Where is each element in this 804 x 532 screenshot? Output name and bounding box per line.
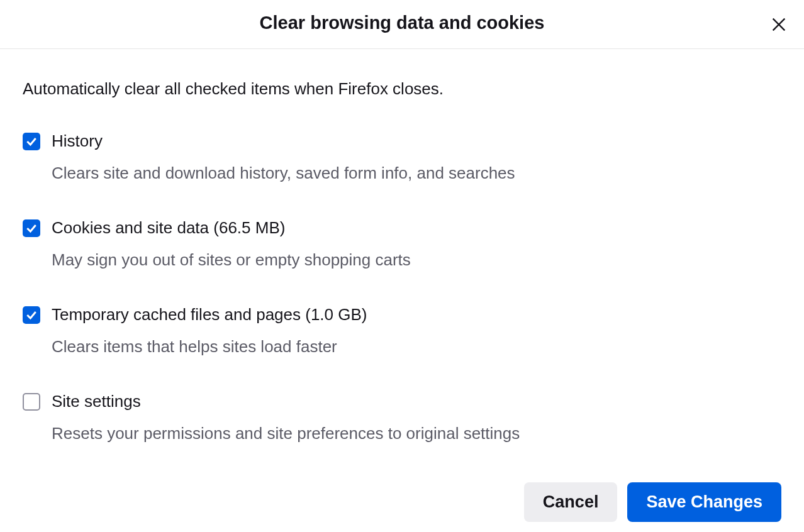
checkmark-icon [25, 222, 38, 235]
save-changes-button[interactable]: Save Changes [627, 482, 781, 522]
close-button[interactable] [769, 14, 789, 35]
dialog-footer: Cancel Save Changes [0, 479, 804, 532]
option-cookies: Cookies and site data (66.5 MB) May sign… [23, 218, 781, 271]
checkbox-wrapper [23, 306, 40, 324]
cookies-checkbox[interactable] [23, 219, 40, 237]
option-text: Cookies and site data (66.5 MB) May sign… [52, 218, 781, 271]
cache-checkbox[interactable] [23, 306, 40, 324]
site-settings-description: Resets your permissions and site prefere… [52, 423, 781, 445]
cache-label[interactable]: Temporary cached files and pages (1.0 GB… [52, 305, 781, 324]
close-icon [770, 16, 788, 33]
history-checkbox[interactable] [23, 133, 40, 150]
cookies-label[interactable]: Cookies and site data (66.5 MB) [52, 218, 781, 238]
option-site-settings: Site settings Resets your permissions an… [23, 392, 781, 445]
option-text: History Clears site and download history… [52, 131, 781, 184]
cancel-button[interactable]: Cancel [524, 482, 618, 522]
dialog-header: Clear browsing data and cookies [0, 0, 804, 49]
checkbox-wrapper [23, 393, 40, 411]
option-history: History Clears site and download history… [23, 131, 781, 184]
checkbox-wrapper [23, 219, 40, 237]
history-label[interactable]: History [52, 131, 781, 151]
checkmark-icon [25, 309, 38, 321]
site-settings-checkbox[interactable] [23, 393, 40, 411]
checkmark-icon [25, 135, 38, 148]
option-cache: Temporary cached files and pages (1.0 GB… [23, 305, 781, 358]
option-text: Site settings Resets your permissions an… [52, 392, 781, 445]
site-settings-label[interactable]: Site settings [52, 392, 781, 411]
checkbox-wrapper [23, 133, 40, 150]
dialog-title: Clear browsing data and cookies [260, 13, 545, 33]
history-description: Clears site and download history, saved … [52, 162, 781, 184]
cookies-description: May sign you out of sites or empty shopp… [52, 249, 781, 271]
cache-description: Clears items that helps sites load faste… [52, 336, 781, 358]
option-text: Temporary cached files and pages (1.0 GB… [52, 305, 781, 358]
dialog-body: Automatically clear all checked items wh… [0, 49, 804, 479]
intro-text: Automatically clear all checked items wh… [23, 79, 781, 99]
clear-data-dialog: Clear browsing data and cookies Automati… [0, 0, 804, 532]
